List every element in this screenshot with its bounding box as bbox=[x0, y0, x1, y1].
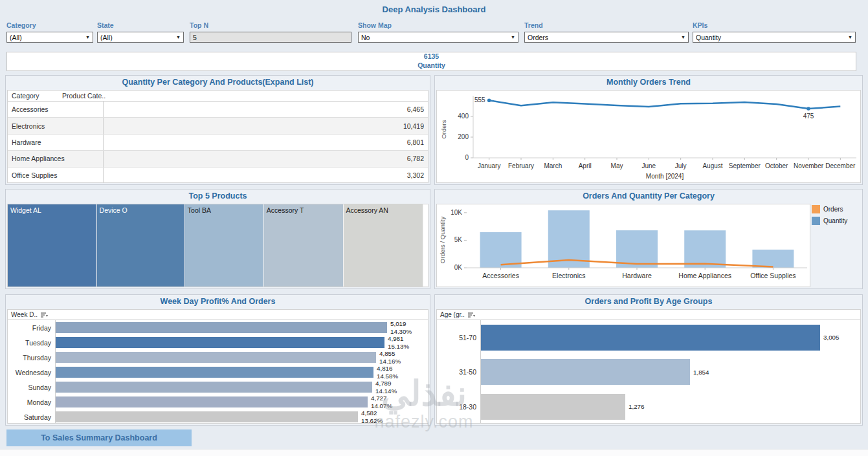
panel-age-groups: Orders and Profit By Age Groups Age (gr.… bbox=[434, 294, 863, 426]
table-row[interactable]: Office Supplies 3,302 bbox=[8, 168, 428, 183]
bar[interactable] bbox=[481, 359, 690, 385]
x-tick: October bbox=[765, 162, 788, 169]
page-title: Deep Analysis Dashboard bbox=[0, 5, 868, 14]
orders-swatch bbox=[812, 205, 820, 213]
chevron-down-icon: ▼ bbox=[85, 35, 90, 39]
treemap-block[interactable]: Device O bbox=[97, 204, 185, 287]
table-row[interactable]: Hardware 6,801 bbox=[8, 135, 428, 151]
legend-item-quantity[interactable]: Quantity bbox=[812, 217, 860, 225]
x-tick: Home Appliances bbox=[678, 272, 731, 279]
bar[interactable] bbox=[56, 411, 358, 422]
category-dropdown[interactable]: (All) ▼ bbox=[6, 32, 93, 43]
bar-value: 4,855 bbox=[379, 350, 401, 358]
row-value: 3,302 bbox=[104, 168, 428, 183]
orders-trend-line[interactable] bbox=[489, 100, 841, 109]
chevron-down-icon: ▼ bbox=[681, 35, 685, 39]
quantity-bar[interactable] bbox=[480, 232, 522, 268]
bar-category[interactable]: Thursday bbox=[8, 350, 56, 365]
table-header[interactable]: Category Product Cate.. bbox=[8, 91, 428, 102]
bar-percent: 14.30% bbox=[390, 328, 412, 336]
treemap-block[interactable]: Widget AL bbox=[8, 204, 97, 287]
line-chart-svg: 0200400Orders555475JanuaryFebruaryMarchA… bbox=[437, 91, 858, 182]
point-label: 555 bbox=[474, 96, 485, 103]
filter-kpis: KPIs Quantity ▼ bbox=[693, 21, 856, 43]
y-tick: 400 bbox=[458, 113, 469, 120]
bar-category[interactable]: 31-50 bbox=[437, 355, 481, 390]
table-row[interactable]: Home Appliances 6,782 bbox=[8, 151, 428, 167]
bar[interactable] bbox=[56, 337, 384, 348]
quantity-bar[interactable] bbox=[616, 230, 658, 268]
bar-category[interactable]: 51-70 bbox=[437, 320, 481, 355]
bar-category[interactable]: 18-30 bbox=[437, 389, 481, 424]
bar-row: Monday 4,72714.07% bbox=[8, 395, 428, 409]
quantity-bar[interactable] bbox=[684, 230, 726, 268]
bar-category[interactable]: Friday bbox=[8, 320, 56, 335]
kpis-dropdown[interactable]: Quantity ▼ bbox=[693, 32, 856, 43]
orders-quantity-combo-chart: 0K5K10KOrders / QuantityAccessoriesElect… bbox=[436, 204, 810, 287]
bar-row: Saturday 4,58213.62% bbox=[8, 409, 428, 424]
bar[interactable] bbox=[56, 352, 376, 363]
bar-row: 31-50 1,854 bbox=[437, 355, 860, 390]
row-value: 10,419 bbox=[104, 118, 428, 133]
treemap-block[interactable]: Accessory AN bbox=[344, 204, 424, 287]
bar-percent: 14.16% bbox=[379, 358, 401, 365]
y-tick: 10K bbox=[451, 209, 462, 216]
weekday-header-label: Week D.. bbox=[11, 311, 38, 318]
treemap-block[interactable]: Accessory T bbox=[264, 204, 344, 287]
state-dropdown[interactable]: (All) ▼ bbox=[97, 32, 184, 43]
x-tick: July bbox=[675, 162, 687, 169]
filter-trend-label: Trend bbox=[524, 21, 689, 30]
filter-kpis-label: KPIs bbox=[693, 21, 856, 30]
table-row[interactable]: Electronics 10,419 bbox=[8, 118, 428, 134]
bar-value: 5,019 bbox=[390, 320, 412, 328]
show-map-dropdown[interactable]: No ▼ bbox=[358, 32, 518, 43]
row-value: 6,465 bbox=[104, 102, 428, 117]
bar-category[interactable]: Monday bbox=[8, 395, 56, 409]
weekday-column-header[interactable]: Week D.. bbox=[8, 310, 428, 320]
bar-category[interactable]: Wednesday bbox=[8, 365, 56, 380]
state-dropdown-value: (All) bbox=[100, 34, 113, 41]
bar[interactable] bbox=[56, 322, 387, 333]
top-n-input[interactable] bbox=[190, 32, 351, 43]
filter-show-map: Show Map No ▼ bbox=[358, 21, 518, 43]
data-point-marker[interactable] bbox=[807, 107, 810, 111]
bar[interactable] bbox=[481, 394, 625, 420]
quantity-bar[interactable] bbox=[752, 250, 794, 268]
table-row[interactable]: Accessories 6,465 bbox=[8, 102, 428, 118]
treemap-block[interactable]: Tool BA bbox=[185, 204, 264, 287]
bar-value: 1,276 bbox=[629, 403, 645, 411]
data-point-marker[interactable] bbox=[487, 98, 491, 102]
x-tick: Accessories bbox=[482, 272, 519, 279]
bar-percent: 13.62% bbox=[361, 417, 383, 424]
bar[interactable] bbox=[56, 396, 368, 407]
kpi-label: Quantity bbox=[417, 61, 445, 71]
panel-title: Top 5 Products bbox=[6, 190, 430, 203]
category-dropdown-value: (All) bbox=[10, 34, 22, 41]
y-tick: 5K bbox=[454, 236, 463, 243]
panel-title: Week Day Profit% And Orders bbox=[6, 295, 430, 309]
x-tick: Hardware bbox=[622, 272, 652, 279]
bar[interactable] bbox=[56, 367, 373, 378]
bar-category[interactable]: Saturday bbox=[8, 409, 56, 424]
age-column-header[interactable]: Age (gr.. bbox=[437, 310, 860, 320]
bar-category[interactable]: Sunday bbox=[8, 380, 56, 395]
combo-chart-svg: 0K5K10KOrders / QuantityAccessoriesElect… bbox=[437, 204, 810, 287]
bar-category[interactable]: Tuesday bbox=[8, 335, 56, 350]
to-sales-summary-button[interactable]: To Sales Summary Dashboard bbox=[6, 429, 192, 446]
filter-category-label: Category bbox=[6, 21, 93, 30]
bar[interactable] bbox=[56, 382, 372, 393]
kpi-banner: 6135 Quantity bbox=[6, 52, 856, 71]
sort-icon[interactable] bbox=[40, 312, 48, 318]
filter-bar: Category (All) ▼ State (All) ▼ Top N Sho… bbox=[0, 21, 868, 49]
age-header-label: Age (gr.. bbox=[440, 311, 465, 318]
show-map-dropdown-value: No bbox=[361, 34, 370, 41]
filter-top-n-label: Top N bbox=[190, 21, 351, 30]
sort-icon[interactable] bbox=[467, 312, 475, 318]
col-product-category[interactable]: Product Cate.. bbox=[62, 92, 106, 100]
trend-dropdown[interactable]: Orders ▼ bbox=[524, 32, 689, 43]
bar[interactable] bbox=[481, 325, 820, 351]
chart-legend: Orders Quantity bbox=[812, 205, 860, 228]
col-category[interactable]: Category bbox=[8, 92, 62, 100]
legend-item-orders[interactable]: Orders bbox=[812, 205, 860, 213]
y-axis-label: Orders / Quantity bbox=[439, 217, 446, 264]
